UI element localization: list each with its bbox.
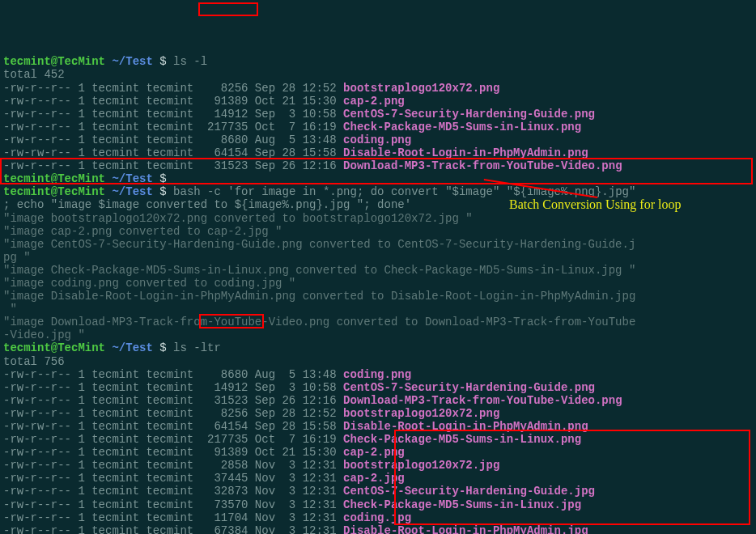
annotation-text: Batch Conversion Using for loop — [509, 197, 681, 212]
highlight-box-ls — [198, 2, 258, 16]
highlight-box-command — [0, 158, 753, 184]
highlight-box-ls-ltr — [199, 314, 264, 328]
highlight-box-results — [394, 430, 750, 525]
